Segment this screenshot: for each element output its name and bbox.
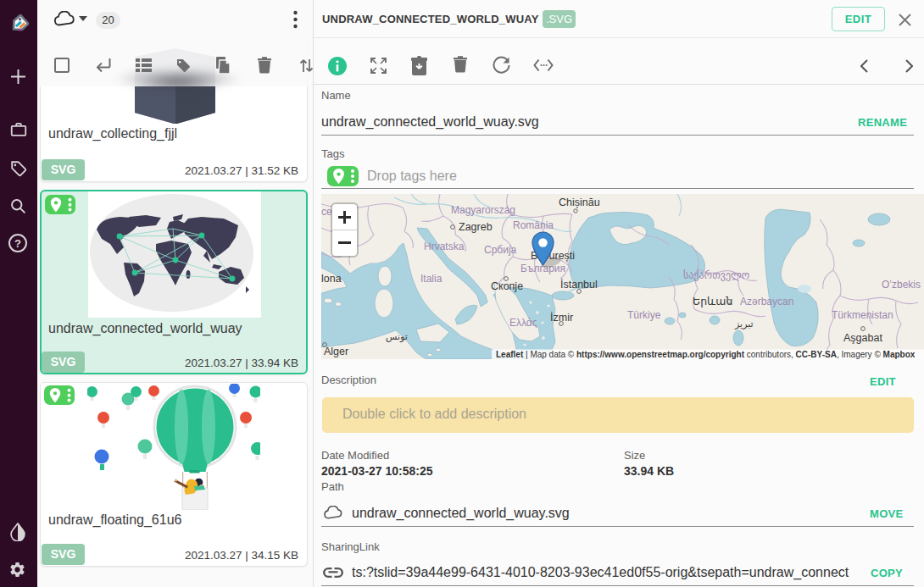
svg-text:Србија: Србија [484,244,517,256]
svg-text:تونس: تونس [386,331,408,342]
svg-text:Zagreb: Zagreb [459,221,493,233]
svg-text:Italia: Italia [420,273,443,285]
svg-text:Azərbaycan: Azərbaycan [740,296,793,307]
svg-text:Türkmenistan: Türkmenistan [832,309,893,321]
svg-text:lona: lona [321,273,342,285]
svg-text:România: România [513,219,554,231]
svg-text:Alger: Alger [324,346,348,357]
svg-text:Ελλάς: Ελλάς [509,317,537,329]
svg-text:?: ? [14,237,21,250]
svg-text:Magyarország: Magyarország [451,204,515,216]
svg-text:Leaflet | Map data © https://w: Leaflet | Map data © https://www.openstr… [496,350,916,359]
svg-text:İstanbul: İstanbul [560,279,598,291]
svg-text:Türkiye: Türkiye [627,309,661,321]
svg-text:O’zbekis: O’zbekis [882,279,921,291]
svg-text:Chișinău: Chișinău [559,197,600,208]
svg-text:Hrvatska: Hrvatska [424,241,465,252]
svg-text:Скопје: Скопје [491,280,523,292]
svg-text:تبريز: تبريز [734,318,754,329]
svg-text:საქართველო: საქართველო [683,269,749,281]
svg-text:Aşgabat: Aşgabat [843,332,882,344]
